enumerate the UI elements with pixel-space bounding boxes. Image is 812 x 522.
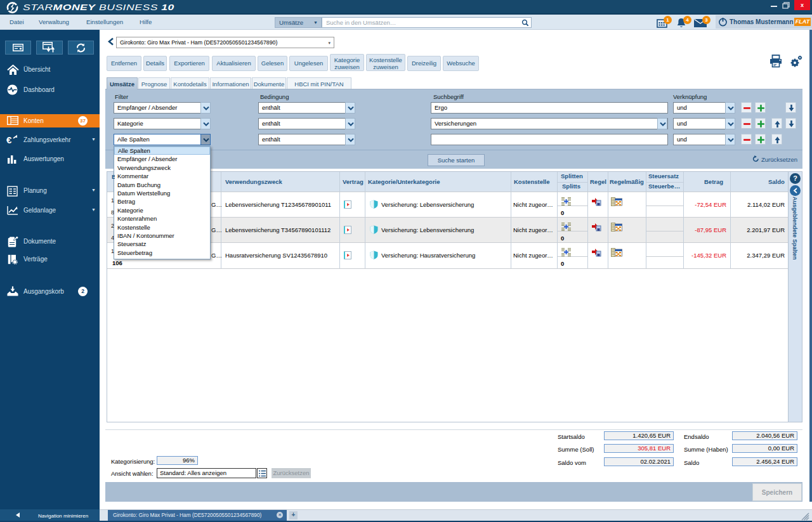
svg-text:€: € — [6, 134, 12, 145]
